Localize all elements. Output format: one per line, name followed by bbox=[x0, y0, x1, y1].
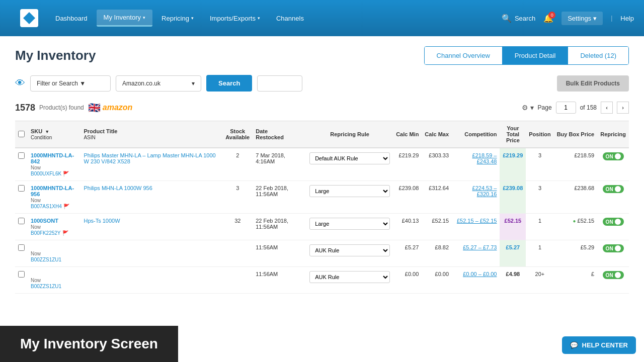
col-header-buy-box: Buy Box Price bbox=[554, 121, 598, 148]
repricing-toggle-cell: ON bbox=[597, 267, 629, 294]
repricing-toggle[interactable]: ON bbox=[603, 152, 624, 160]
asin-link[interactable]: B007AS1XH4 bbox=[31, 204, 62, 209]
chevron-down-icon: ▾ bbox=[143, 15, 145, 20]
total-price-cell: £219.29 bbox=[500, 148, 526, 181]
sku-link[interactable]: 1000MHNTD-LA-956 bbox=[31, 185, 74, 197]
flag-icon: 🚩 bbox=[62, 230, 68, 236]
calc-min-cell: £5.27 bbox=[393, 240, 422, 267]
channel-select[interactable]: Amazon.co.uk ▾ bbox=[116, 75, 201, 92]
repricing-rule-select[interactable]: Large bbox=[309, 185, 390, 197]
col-header-calc-max: Calc Max bbox=[422, 121, 452, 148]
repricing-rule-select[interactable]: AUK Rule bbox=[309, 271, 390, 283]
buy-box-cell: £5.29 bbox=[554, 240, 598, 267]
row-checkbox[interactable] bbox=[18, 218, 25, 224]
total-price-cell: £5.27 bbox=[500, 240, 526, 267]
sort-icon: ▼ bbox=[45, 129, 49, 134]
page-title: My Inventory bbox=[15, 48, 96, 63]
uk-flag: 🇬🇧 amazon bbox=[88, 102, 133, 114]
stock-cell: 32 bbox=[222, 214, 253, 240]
settings-icon-btn[interactable]: ⚙ ▾ bbox=[522, 104, 534, 112]
calc-min-cell: £219.29 bbox=[393, 148, 422, 181]
filter-select[interactable]: Filter or Search ▼ bbox=[30, 75, 111, 92]
product-title-link[interactable]: Hps-Ts 1000W bbox=[84, 218, 120, 224]
asin-link[interactable]: B00ZZS1ZU1 bbox=[31, 257, 61, 262]
calc-max-cell: £312.64 bbox=[422, 181, 452, 214]
asin-link[interactable]: B00ZZS1ZU1 bbox=[31, 284, 61, 289]
tab-deleted[interactable]: Deleted (12) bbox=[568, 47, 628, 64]
results-label: Product(s) found bbox=[39, 104, 84, 111]
page-number-input[interactable] bbox=[556, 102, 576, 114]
asin-link[interactable]: B000UXFL6K bbox=[31, 171, 61, 176]
repricing-toggle[interactable]: ON bbox=[603, 271, 624, 279]
help-center-button[interactable]: 💬 HELP CENTER bbox=[562, 336, 636, 354]
tab-channel-overview[interactable]: Channel Overview bbox=[425, 47, 503, 64]
col-header-sku: SKU ▼Condition bbox=[28, 121, 80, 148]
repricing-toggle[interactable]: ON bbox=[603, 218, 624, 226]
page-header: My Inventory Channel Overview Product De… bbox=[15, 46, 629, 65]
product-title-link[interactable]: Philips Master MHN-LA – Lamp Master MHN-… bbox=[84, 152, 215, 164]
chevron-down-icon: ▾ bbox=[593, 15, 597, 22]
chevron-down-icon: ▾ bbox=[191, 16, 194, 21]
row-checkbox[interactable] bbox=[18, 244, 25, 251]
tab-group: Channel Overview Product Detail Deleted … bbox=[424, 46, 629, 65]
repricing-toggle-cell: ON bbox=[597, 240, 629, 267]
table-row: 1000MHNTD-LA-842 Now B000UXFL6K 🚩 Philip… bbox=[15, 148, 629, 181]
stock-cell: 2 bbox=[222, 148, 253, 181]
competition-cell: £224.53 – £320.16 bbox=[452, 181, 500, 214]
nav-item-channels[interactable]: Channels bbox=[269, 11, 311, 26]
col-header-repricing: Repricing bbox=[597, 121, 629, 148]
nav-item-repricing[interactable]: Repricing ▾ bbox=[154, 11, 201, 26]
repricing-toggle[interactable]: ON bbox=[603, 244, 624, 252]
nav-item-dashboard[interactable]: Dashboard bbox=[48, 11, 95, 26]
page-next-button[interactable]: › bbox=[617, 102, 629, 114]
main-content: My Inventory Channel Overview Product De… bbox=[0, 36, 644, 362]
col-header-calc-min: Calc Min bbox=[393, 121, 422, 148]
date-cell: 11:56AM bbox=[253, 240, 306, 267]
buy-box-cell: £218.59 bbox=[554, 148, 598, 181]
repricing-rule-select[interactable]: AUK Rule bbox=[309, 244, 390, 256]
select-all-checkbox[interactable] bbox=[18, 131, 25, 137]
condition-label: Now bbox=[31, 278, 41, 283]
row-checkbox[interactable] bbox=[18, 185, 25, 192]
product-title-link[interactable]: Philips MHN-LA 1000W 956 bbox=[84, 185, 152, 191]
search-button[interactable]: Search bbox=[206, 75, 252, 92]
total-price-cell: £239.08 bbox=[500, 181, 526, 214]
row-checkbox[interactable] bbox=[18, 271, 25, 278]
row-checkbox[interactable] bbox=[18, 152, 25, 159]
inventory-table: SKU ▼Condition Product TitleASIN StockAv… bbox=[15, 121, 629, 294]
notification-bell[interactable]: 🔔 0 bbox=[543, 14, 553, 23]
nav-divider: | bbox=[611, 15, 612, 22]
sku-link[interactable]: 1000SONT bbox=[31, 218, 58, 224]
col-header-total-price: YourTotalPrice bbox=[500, 121, 526, 148]
repricing-toggle-cell: ON bbox=[597, 148, 629, 181]
help-link[interactable]: Help bbox=[620, 15, 634, 22]
col-header-rule: Repricing Rule bbox=[306, 121, 393, 148]
asin-link[interactable]: B00FK2252Y bbox=[31, 230, 61, 236]
repricing-rule-select[interactable]: Large bbox=[309, 218, 390, 230]
position-cell: 1 bbox=[526, 214, 553, 240]
nav-search-button[interactable]: 🔍 Search bbox=[502, 14, 535, 23]
filter-bar: 👁 Filter or Search ▼ Amazon.co.uk ▾ Sear… bbox=[15, 75, 629, 92]
calc-max-cell: £8.82 bbox=[422, 240, 452, 267]
bulk-edit-button[interactable]: Bulk Edit Products bbox=[557, 75, 629, 92]
flag-icon: 🚩 bbox=[63, 204, 69, 209]
calc-max-cell: £0.00 bbox=[422, 267, 452, 294]
repricing-rule-select[interactable]: Default AUK Rule bbox=[309, 152, 390, 164]
chevron-down-icon: ▾ bbox=[258, 16, 260, 21]
buy-box-cell: £ bbox=[554, 267, 598, 294]
page-prev-button[interactable]: ‹ bbox=[601, 102, 613, 114]
repricing-toggle-cell: ON bbox=[597, 214, 629, 240]
table-row: 1000SONT Now B00FK2252Y 🚩 Hps-Ts 1000W 3… bbox=[15, 214, 629, 240]
repricing-toggle[interactable]: ON bbox=[603, 185, 624, 193]
settings-button[interactable]: Settings ▾ bbox=[561, 12, 603, 25]
search-icon: 🔍 bbox=[502, 14, 512, 23]
col-header-date: DateRestocked bbox=[253, 121, 306, 148]
eye-icon[interactable]: 👁 bbox=[15, 77, 25, 89]
search-input[interactable] bbox=[257, 75, 302, 92]
nav-item-imports-exports[interactable]: Imports/Exports ▾ bbox=[203, 11, 267, 26]
app-logo[interactable] bbox=[20, 9, 38, 27]
nav-item-my-inventory[interactable]: My Inventory ▾ bbox=[97, 10, 152, 27]
sku-link[interactable]: 1000MHNTD-LA-842 bbox=[31, 152, 74, 164]
nav-items: Dashboard My Inventory ▾ Repricing ▾ Imp… bbox=[48, 10, 502, 27]
tab-product-detail[interactable]: Product Detail bbox=[503, 47, 569, 64]
